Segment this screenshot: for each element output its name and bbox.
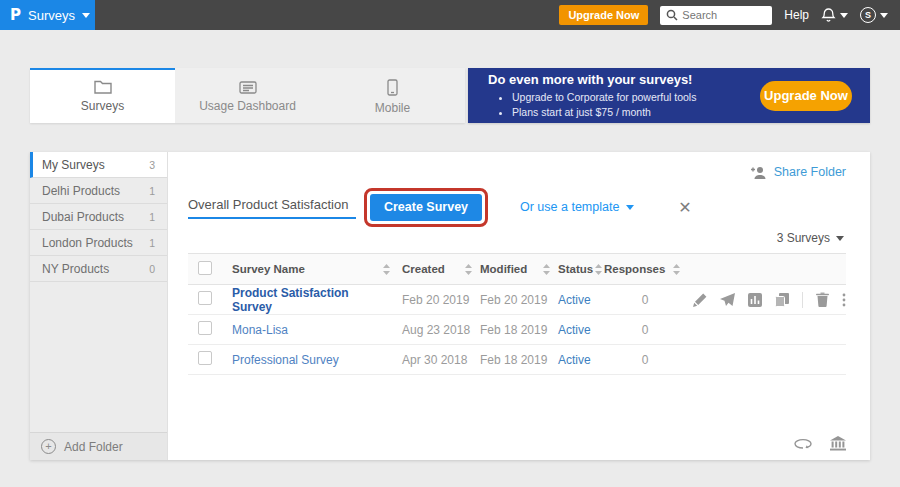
topbar: P Surveys Upgrade Now Help S (0, 0, 900, 30)
modified-cell: Feb 18 2019 (480, 323, 558, 337)
archive-button[interactable] (830, 436, 846, 451)
survey-name-link[interactable]: Professional Survey (232, 353, 339, 367)
help-link[interactable]: Help (784, 8, 809, 22)
tab-usage-dashboard[interactable]: Usage Dashboard (175, 68, 320, 123)
survey-name-link[interactable]: Mona-Lisa (232, 323, 288, 337)
search-box (660, 5, 772, 25)
survey-name-input[interactable] (188, 195, 356, 219)
sort-icon[interactable] (543, 264, 550, 275)
share-folder-link[interactable]: Share Folder (774, 165, 846, 179)
banner-text: Do even more with your surveys! Upgrade … (488, 72, 760, 118)
dots-vertical-icon (842, 293, 846, 307)
chevron-down-icon (836, 236, 844, 241)
restore-button[interactable] (794, 437, 812, 450)
table-header: Survey Name Created Modified Status (188, 253, 846, 285)
row-checkbox[interactable] (198, 321, 212, 335)
column-label: Survey Name (232, 263, 305, 275)
folder-label: My Surveys (42, 158, 105, 172)
tab-bar: Surveys Usage Dashboard Mobile (30, 68, 465, 123)
sidebar-item-london-products[interactable]: London Products 1 (30, 230, 167, 256)
copy-icon (775, 293, 789, 307)
sidebar-item-ny-products[interactable]: NY Products 0 (30, 256, 167, 282)
send-button[interactable] (720, 293, 735, 307)
edit-button[interactable] (693, 293, 707, 307)
folder-count: 1 (149, 211, 155, 223)
banner-bullets: Upgrade to Corporate for powerful tools … (512, 90, 760, 118)
banner-upgrade-button[interactable]: Upgrade Now (760, 81, 852, 111)
sidebar-item-delhi-products[interactable]: Delhi Products 1 (30, 178, 167, 204)
survey-name-link[interactable]: Product Satisfaction Survey (232, 286, 390, 314)
folder-label: London Products (42, 236, 133, 250)
restore-loop-icon (794, 437, 812, 450)
status-link[interactable]: Active (558, 293, 591, 307)
column-label: Created (402, 263, 445, 275)
bank-building-icon (830, 436, 846, 451)
pencil-icon (693, 293, 707, 307)
annotation-highlight: Create Survey (364, 188, 488, 227)
column-label: Responses (604, 263, 665, 275)
trash-icon (816, 292, 829, 307)
column-header-survey-name[interactable]: Survey Name (232, 263, 402, 275)
sort-icon[interactable] (673, 264, 680, 275)
bell-icon (821, 7, 836, 23)
copy-button[interactable] (775, 293, 789, 307)
column-label: Status (558, 263, 593, 275)
tab-mobile[interactable]: Mobile (320, 68, 465, 123)
folder-count: 1 (149, 237, 155, 249)
share-folder-row: Share Folder (188, 164, 846, 180)
column-header-status[interactable]: Status (558, 263, 604, 275)
card-footer-icons (794, 436, 846, 451)
row-checkbox[interactable] (198, 291, 212, 305)
sidebar-item-my-surveys[interactable]: My Surveys 3 (30, 152, 167, 178)
folder-label: Delhi Products (42, 184, 120, 198)
account-menu[interactable]: S (860, 7, 888, 23)
folders-sidebar: My Surveys 3 Delhi Products 1 Dubai Prod… (30, 152, 168, 460)
avatar: S (860, 7, 876, 23)
select-all-checkbox[interactable] (198, 261, 212, 275)
created-cell: Apr 30 2018 (402, 353, 480, 367)
create-survey-button[interactable]: Create Survey (370, 194, 482, 221)
delete-button[interactable] (816, 292, 829, 307)
notifications-button[interactable] (821, 7, 848, 23)
tab-label: Usage Dashboard (199, 99, 296, 113)
row-actions (686, 292, 846, 308)
surveys-table: Survey Name Created Modified Status (188, 253, 846, 375)
surveys-count-dropdown[interactable]: 3 Surveys (188, 231, 844, 245)
folder-count: 3 (149, 159, 155, 171)
search-icon (666, 9, 678, 21)
chevron-down-icon (626, 205, 634, 210)
sort-icon[interactable] (595, 264, 602, 275)
surveys-count-label: 3 Surveys (777, 231, 830, 245)
column-header-modified[interactable]: Modified (480, 263, 558, 275)
status-link[interactable]: Active (558, 323, 591, 337)
modified-cell: Feb 18 2019 (480, 353, 558, 367)
tab-surveys[interactable]: Surveys (30, 68, 175, 123)
close-icon[interactable]: ✕ (678, 198, 691, 217)
status-link[interactable]: Active (558, 353, 591, 367)
sidebar-item-dubai-products[interactable]: Dubai Products 1 (30, 204, 167, 230)
add-folder-button[interactable]: + Add Folder (30, 432, 167, 460)
created-cell: Aug 23 2018 (402, 323, 480, 337)
chevron-down-icon (840, 13, 848, 18)
row-checkbox[interactable] (198, 351, 212, 365)
folder-count: 1 (149, 185, 155, 197)
column-header-responses[interactable]: Responses (604, 263, 686, 275)
app-switcher[interactable]: P Surveys (0, 0, 95, 30)
more-options-button[interactable] (842, 293, 846, 307)
plus-circle-icon: + (41, 439, 56, 454)
sort-icon[interactable] (465, 264, 472, 275)
banner-title: Do even more with your surveys! (488, 72, 760, 87)
column-header-created[interactable]: Created (402, 263, 480, 275)
folder-label: NY Products (42, 262, 109, 276)
tab-label: Mobile (375, 101, 410, 115)
upgrade-now-button[interactable]: Upgrade Now (559, 5, 648, 25)
add-folder-label: Add Folder (64, 440, 123, 454)
table-row: Professional Survey Apr 30 2018 Feb 18 2… (188, 345, 846, 375)
sort-icon[interactable] (383, 264, 390, 275)
create-survey-row: Create Survey Or use a template ✕ (188, 189, 846, 225)
use-template-dropdown[interactable]: Or use a template (520, 200, 634, 214)
person-add-icon (750, 166, 767, 179)
surveys-card: My Surveys 3 Delhi Products 1 Dubai Prod… (30, 152, 870, 460)
banner-bullet: Upgrade to Corporate for powerful tools (512, 90, 760, 104)
analytics-button[interactable] (748, 293, 762, 307)
